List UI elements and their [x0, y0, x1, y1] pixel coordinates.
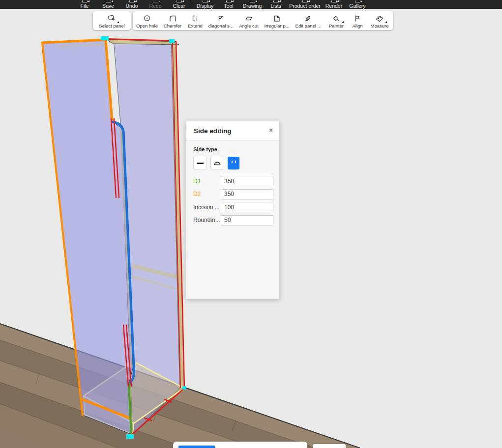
edit-panel-icon	[303, 14, 313, 23]
side-type-label: Side type	[193, 146, 273, 152]
menu-label: Product order	[289, 3, 321, 9]
menu-label: Save	[102, 3, 114, 9]
field-row-incision: Incision ...	[193, 202, 273, 212]
rounding-label: Roundin...	[193, 217, 221, 224]
tool-label: diagonal s...	[208, 23, 233, 28]
tool-label: Painter	[329, 23, 344, 28]
save-icon	[106, 0, 111, 2]
menu-item-save[interactable]: Save	[96, 0, 120, 9]
incision-icon	[232, 161, 233, 163]
d1-label: D1	[193, 178, 221, 185]
bottom-toolbar-partial[interactable]	[173, 442, 307, 448]
menu-item-tool[interactable]: Tool	[217, 0, 240, 9]
tool-label: Align	[352, 23, 362, 28]
file-icon	[82, 0, 88, 2]
tool-label: Open hole	[136, 23, 158, 28]
bottom-widget-partial[interactable]	[313, 444, 346, 448]
tool-select-panel[interactable]: Select panel	[99, 12, 124, 29]
tool-diagonal-cut[interactable]: diagonal s...	[206, 12, 236, 29]
tool-icon	[226, 0, 232, 2]
tool-label: Extend	[188, 23, 203, 28]
irregular-panel-icon	[272, 14, 282, 23]
d2-label: D2	[193, 191, 221, 197]
dropdown-corner-icon	[342, 21, 344, 23]
gallery-icon	[355, 0, 360, 2]
menu-label: Tool	[224, 3, 233, 9]
side-type-incision-button[interactable]	[228, 157, 239, 169]
close-icon[interactable]: ×	[267, 127, 275, 135]
tool-edit-panel[interactable]: Edit panel ...	[292, 12, 325, 29]
tool-measure[interactable]: Measure	[367, 12, 392, 29]
menu-label: Redo	[149, 3, 161, 9]
tool-label: Edit panel ...	[295, 23, 322, 28]
menu-item-redo: Redo	[144, 0, 167, 9]
tool-irregular-panel[interactable]: Irregular p...	[262, 12, 292, 29]
dialog-body: Side type D1 D2	[186, 140, 279, 299]
drawing-icon	[250, 0, 255, 2]
tool-align[interactable]: Align	[348, 12, 367, 29]
field-row-d1: D1	[193, 176, 273, 186]
d1-input[interactable]	[221, 176, 273, 186]
toolbar-main-group: Open hole Chamfer Extend	[133, 11, 393, 30]
tool-extend[interactable]: Extend	[185, 12, 206, 29]
undo-icon	[129, 0, 135, 2]
menu-label: Display	[197, 3, 213, 9]
incision-icon	[235, 161, 236, 163]
incision-label: Incision ...	[193, 204, 221, 211]
menu-item-gallery[interactable]: Gallery	[346, 0, 369, 9]
painter-icon	[331, 14, 341, 23]
field-row-d2: D2	[193, 189, 273, 199]
toolbar-select-group: Select panel	[93, 11, 131, 30]
tool-chamfer[interactable]: Chamfer	[160, 12, 185, 29]
side-type-straight-button[interactable]	[193, 157, 207, 169]
menu-label: Lists	[270, 3, 281, 9]
redo-icon	[153, 0, 158, 2]
tool-angle-cut[interactable]: Angle cut	[236, 12, 262, 29]
dropdown-corner-icon	[117, 21, 119, 23]
dropdown-corner-icon	[385, 21, 387, 23]
menu-item-display[interactable]: Display	[193, 0, 217, 9]
angle-cut-icon	[244, 14, 254, 23]
open-hole-icon	[142, 14, 152, 23]
dialog-header[interactable]: Side editing ×	[186, 121, 279, 140]
chamfer-icon	[168, 14, 177, 23]
menu-label: Drawing	[243, 3, 262, 9]
menu-item-lists[interactable]: Lists	[264, 0, 288, 9]
menu-label: Clear	[173, 3, 185, 9]
rounding-input[interactable]	[221, 215, 273, 225]
menu-label: Render	[325, 3, 342, 9]
menu-separator	[192, 1, 192, 8]
tool-label: Select panel	[99, 23, 124, 28]
select-panel-icon	[107, 14, 117, 23]
diagonal-cut-icon	[216, 14, 226, 23]
side-type-arc-button[interactable]	[210, 157, 224, 169]
tool-label: Chamfer	[164, 23, 181, 28]
straight-line-icon	[197, 163, 204, 164]
application-window: File Save Undo Redo Clear Display Tool	[0, 0, 502, 448]
menu-item-product-order[interactable]: Product order	[288, 0, 322, 9]
menu-item-drawing[interactable]: Drawing	[240, 0, 264, 9]
measure-icon	[375, 14, 384, 23]
tool-painter[interactable]: Painter	[325, 12, 348, 29]
field-row-rounding: Roundin...	[193, 215, 273, 225]
menu-bar: File Save Undo Redo Clear Display Tool	[0, 0, 502, 9]
product-order-icon	[302, 0, 308, 2]
side-editing-dialog: Side editing × Side type D	[186, 121, 280, 299]
menu-label: File	[81, 3, 89, 9]
side-type-options	[193, 157, 273, 169]
lists-icon	[273, 0, 279, 2]
bottom-toolbar-accent	[178, 446, 215, 448]
tool-label: Measure	[371, 23, 389, 28]
dialog-title: Side editing	[194, 127, 232, 135]
tool-label: Irregular p...	[264, 23, 289, 28]
arc-icon	[213, 160, 222, 167]
display-icon	[203, 0, 208, 2]
menu-item-clear[interactable]: Clear	[167, 0, 191, 9]
tool-open-hole[interactable]: Open hole	[134, 12, 160, 29]
menu-item-undo[interactable]: Undo	[120, 0, 144, 9]
menu-item-render[interactable]: Render	[322, 0, 346, 9]
d2-input[interactable]	[221, 189, 273, 199]
incision-input[interactable]	[221, 202, 273, 212]
menu-label: Undo	[125, 3, 138, 9]
menu-item-file[interactable]: File	[73, 0, 96, 9]
